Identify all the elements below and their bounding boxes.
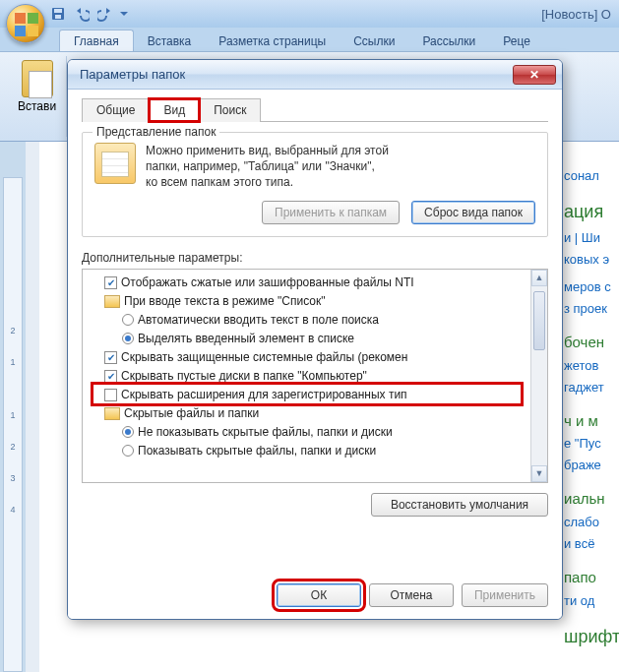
scroll-thumb[interactable] bbox=[533, 291, 545, 350]
svg-rect-1 bbox=[54, 9, 62, 13]
ribbon-tab-review[interactable]: Реце bbox=[489, 31, 544, 51]
restore-defaults-button[interactable]: Восстановить умолчания bbox=[371, 493, 548, 517]
checkbox-icon[interactable] bbox=[104, 276, 117, 289]
apply-button[interactable]: Применить bbox=[462, 583, 548, 607]
redo-icon[interactable] bbox=[94, 3, 116, 25]
side-panel-links: сонал ация и | Ши ковых э меров с з прое… bbox=[564, 165, 619, 651]
close-icon: ✕ bbox=[529, 68, 539, 82]
radio-icon[interactable] bbox=[122, 314, 134, 326]
advanced-settings-tree[interactable]: Отображать сжатые или зашифрованные файл… bbox=[82, 269, 548, 483]
office-orb[interactable] bbox=[6, 4, 45, 43]
ribbon-tab-insert[interactable]: Вставка bbox=[134, 31, 206, 51]
ribbon-tab-home[interactable]: Главная bbox=[59, 30, 134, 51]
scroll-up-icon[interactable]: ▲ bbox=[531, 270, 547, 286]
office-titlebar: [Новость] О bbox=[0, 0, 619, 28]
advanced-label: Дополнительные параметры: bbox=[82, 251, 548, 265]
tree-item[interactable]: Скрытые файлы и папки bbox=[83, 404, 547, 423]
tree-item-label: При вводе текста в режиме "Список" bbox=[124, 294, 326, 308]
ribbon-tab-links[interactable]: Ссылки bbox=[340, 31, 408, 51]
radio-icon[interactable] bbox=[122, 445, 134, 457]
dialog-title: Параметры папок bbox=[80, 67, 185, 82]
save-icon[interactable] bbox=[47, 3, 69, 25]
radio-icon[interactable] bbox=[122, 426, 134, 438]
tree-item-label: Не показывать скрытые файлы, папки и дис… bbox=[138, 425, 393, 439]
tree-item[interactable]: Скрывать пустые диски в папке "Компьютер… bbox=[83, 367, 547, 386]
paste-button[interactable]: Встави bbox=[14, 58, 60, 115]
folder-options-dialog: Параметры папок ✕ Общие Вид Поиск Предст… bbox=[67, 59, 563, 620]
tree-item-label: Отображать сжатые или зашифрованные файл… bbox=[121, 275, 414, 289]
reset-folders-button[interactable]: Сброс вида папок bbox=[411, 201, 535, 224]
vertical-ruler: 2 1 1 2 3 4 bbox=[3, 177, 23, 672]
tree-item-label: Выделять введенный элемент в списке bbox=[138, 332, 354, 345]
radio-icon[interactable] bbox=[122, 333, 134, 344]
svg-rect-2 bbox=[55, 15, 61, 19]
dialog-titlebar[interactable]: Параметры папок ✕ bbox=[68, 60, 562, 90]
tab-view[interactable]: Вид bbox=[149, 98, 200, 122]
tree-item[interactable]: Отображать сжатые или зашифрованные файл… bbox=[83, 274, 547, 292]
tree-item[interactable]: Скрывать расширения для зарегистрированн… bbox=[83, 386, 547, 404]
tree-item-label: Показывать скрытые файлы, папки и диски bbox=[138, 444, 376, 458]
ribbon-tab-layout[interactable]: Разметка страницы bbox=[205, 31, 340, 51]
close-button[interactable]: ✕ bbox=[513, 65, 556, 85]
scrollbar[interactable]: ▲▼ bbox=[530, 270, 547, 482]
tree-item-label: Скрытые файлы и папки bbox=[124, 406, 259, 420]
folder-icon bbox=[104, 295, 120, 308]
scroll-down-icon[interactable]: ▼ bbox=[531, 465, 547, 482]
tree-item-label: Автоматически вводить текст в поле поиск… bbox=[138, 313, 379, 327]
checkbox-icon[interactable] bbox=[104, 389, 117, 401]
dialog-tabs: Общие Вид Поиск bbox=[82, 97, 548, 122]
dialog-footer: ОК Отмена Применить bbox=[82, 570, 548, 607]
dialog-body: Общие Вид Поиск Представление папок Можн… bbox=[68, 90, 562, 619]
folder-icon bbox=[104, 407, 120, 420]
document-title: [Новость] О bbox=[541, 7, 619, 22]
cancel-button[interactable]: Отмена bbox=[369, 583, 454, 607]
paste-label: Встави bbox=[18, 99, 56, 113]
tree-item[interactable]: Скрывать защищенные системные файлы (рек… bbox=[83, 348, 547, 367]
folder-views-group: Представление папок Можно применить вид,… bbox=[82, 132, 548, 237]
ribbon-tabs: Главная Вставка Разметка страницы Ссылки… bbox=[0, 28, 619, 51]
undo-icon[interactable] bbox=[71, 3, 93, 25]
tree-item[interactable]: Не показывать скрытые файлы, папки и дис… bbox=[83, 423, 547, 442]
group-legend: Представление папок bbox=[93, 125, 219, 139]
tree-item-label: Скрывать расширения для зарегистрированн… bbox=[121, 388, 407, 401]
tree-item[interactable]: При вводе текста в режиме "Список" bbox=[83, 292, 547, 311]
folder-icon bbox=[94, 143, 136, 184]
tree-item-label: Скрывать защищенные системные файлы (рек… bbox=[121, 350, 407, 364]
clipboard-group: Встави bbox=[8, 56, 67, 137]
ribbon-tab-mail[interactable]: Рассылки bbox=[408, 31, 489, 51]
apply-to-folders-button[interactable]: Применить к папкам bbox=[262, 201, 400, 224]
checkbox-icon[interactable] bbox=[104, 351, 117, 364]
tree-item[interactable]: Выделять введенный элемент в списке bbox=[83, 330, 547, 348]
quick-access-toolbar bbox=[47, 3, 130, 25]
tree-item[interactable]: Автоматически вводить текст в поле поиск… bbox=[83, 311, 547, 330]
tab-search[interactable]: Поиск bbox=[199, 98, 261, 122]
paste-icon bbox=[22, 60, 53, 97]
group-description: Можно применить вид, выбранный для этой … bbox=[146, 143, 389, 191]
qat-more-icon[interactable] bbox=[118, 3, 130, 25]
ok-button[interactable]: ОК bbox=[277, 583, 361, 607]
tab-general[interactable]: Общие bbox=[82, 98, 150, 122]
checkbox-icon[interactable] bbox=[104, 370, 117, 383]
tree-item-label: Скрывать пустые диски в папке "Компьютер… bbox=[121, 369, 367, 383]
tree-item[interactable]: Показывать скрытые файлы, папки и диски bbox=[83, 442, 547, 460]
